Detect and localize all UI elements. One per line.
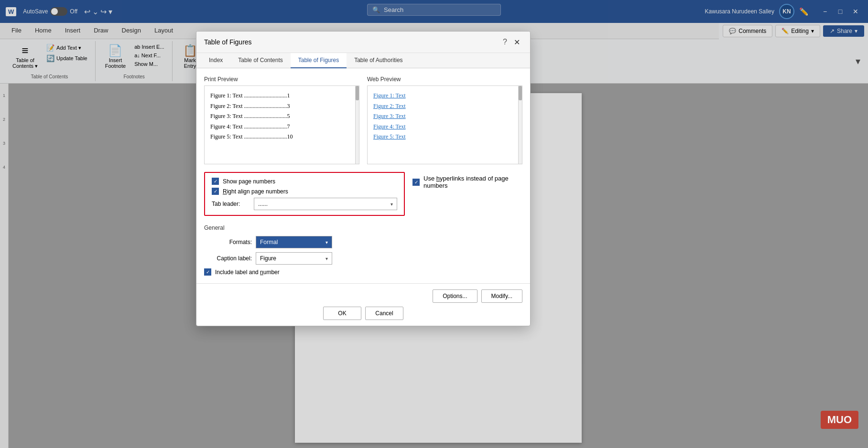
- ok-button[interactable]: OK: [323, 307, 361, 320]
- use-hyperlinks-checkbox[interactable]: ✓: [412, 179, 420, 186]
- include-label-row: ✓ Include label and number: [204, 268, 522, 276]
- caption-chevron: ▾: [326, 256, 328, 261]
- dialog-footer: Options... Modify... OK Cancel: [196, 283, 530, 326]
- general-section: General Formats: Formal ▾ Caption label:…: [204, 224, 522, 276]
- right-align-label: Right align page numbers: [223, 188, 288, 195]
- print-preview-col: Print Preview Figure 1: Text ...........…: [204, 76, 359, 164]
- dialog-tabs: Index Table of Contents Table of Figures…: [196, 53, 530, 68]
- options-section: ✓ Show page numbers ✓ Right align page n…: [204, 172, 405, 216]
- general-title: General: [204, 224, 522, 231]
- bottom-button-row: OK Cancel: [204, 307, 522, 320]
- modify-button[interactable]: Modify...: [481, 289, 522, 303]
- formats-chevron: ▾: [326, 240, 328, 245]
- options-button[interactable]: Options...: [433, 289, 477, 303]
- tab-leader-chevron: ▾: [391, 202, 393, 207]
- web-entry-3[interactable]: Figure 3: Text: [373, 111, 516, 122]
- print-entry-1: Figure 1: Text .........................…: [210, 91, 353, 101]
- tab-leader-value: ......: [258, 201, 268, 207]
- print-entry-4: Figure 4: Text .........................…: [210, 122, 353, 132]
- print-scrollthumb: [356, 86, 359, 100]
- tab-leader-select[interactable]: ...... ▾: [254, 198, 397, 210]
- formats-value: Formal: [260, 239, 278, 245]
- formats-select[interactable]: Formal ▾: [256, 236, 332, 248]
- web-entry-2[interactable]: Figure 2: Text: [373, 101, 516, 112]
- dialog-controls: ? ✕: [503, 36, 522, 48]
- print-scrollbar[interactable]: [355, 86, 359, 164]
- caption-label: Caption label:: [204, 255, 252, 262]
- caption-value: Figure: [260, 255, 276, 262]
- use-hyperlinks-label: Use hyperlinks instead of page numbers: [423, 175, 522, 189]
- show-page-numbers-label: Show page numbers: [223, 178, 275, 185]
- web-scrollthumb: [519, 86, 522, 100]
- tab-leader-label: Tab leader:: [212, 201, 250, 207]
- muo-watermark: MUO: [821, 411, 858, 429]
- show-page-numbers-checkbox[interactable]: ✓: [212, 178, 219, 185]
- right-align-checkbox[interactable]: ✓: [212, 188, 219, 195]
- top-button-row: Options... Modify...: [204, 289, 522, 303]
- check-icon-4: ✓: [206, 269, 210, 275]
- right-align-row: ✓ Right align page numbers: [212, 188, 397, 195]
- print-entry-2: Figure 2: Text .........................…: [210, 101, 353, 112]
- check-icon-3: ✓: [414, 180, 418, 185]
- print-preview-box[interactable]: Figure 1: Text .........................…: [204, 85, 359, 164]
- dialog-header: Table of Figures ? ✕: [196, 32, 530, 53]
- web-scrollbar[interactable]: [518, 86, 522, 164]
- dialog-body: Print Preview Figure 1: Text ...........…: [196, 68, 530, 283]
- table-of-figures-dialog: Table of Figures ? ✕ Index Table of Cont…: [196, 31, 531, 326]
- web-entry-5[interactable]: Figure 5: Text: [373, 132, 516, 142]
- tab-leader-row: Tab leader: ...... ▾: [212, 198, 397, 210]
- dialog-tab-toc[interactable]: Table of Contents: [230, 53, 290, 68]
- preview-row: Print Preview Figure 1: Text ...........…: [204, 76, 522, 164]
- use-hyperlinks-row: ✓ Use hyperlinks instead of page numbers: [412, 175, 522, 189]
- dialog-help-button[interactable]: ?: [503, 38, 507, 46]
- dialog-tab-figures[interactable]: Table of Figures: [291, 53, 347, 68]
- dialog-close-button[interactable]: ✕: [511, 36, 522, 48]
- dialog-overlay: Table of Figures ? ✕ Index Table of Cont…: [0, 0, 868, 448]
- caption-row: Caption label: Figure ▾: [204, 252, 522, 265]
- print-preview-label: Print Preview: [204, 76, 359, 83]
- dialog-tab-index[interactable]: Index: [201, 53, 230, 68]
- web-entry-1[interactable]: Figure 1: Text: [373, 91, 516, 101]
- caption-select[interactable]: Figure ▾: [256, 252, 332, 265]
- web-preview-label: Web Preview: [367, 76, 522, 83]
- print-entry-3: Figure 3: Text .........................…: [210, 111, 353, 122]
- show-page-numbers-row: ✓ Show page numbers: [212, 178, 397, 185]
- web-entry-4[interactable]: Figure 4: Text: [373, 122, 516, 132]
- formats-row: Formats: Formal ▾: [204, 236, 522, 248]
- include-label-text: Include label and number: [215, 269, 280, 276]
- cancel-button[interactable]: Cancel: [365, 307, 403, 320]
- dialog-tab-authorities[interactable]: Table of Authorities: [347, 53, 410, 68]
- include-label-checkbox[interactable]: ✓: [204, 268, 211, 276]
- check-icon-2: ✓: [214, 189, 217, 194]
- formats-label: Formats:: [204, 239, 252, 245]
- print-entry-5: Figure 5: Text .........................…: [210, 132, 353, 142]
- options-and-web: ✓ Show page numbers ✓ Right align page n…: [204, 172, 522, 223]
- check-icon-1: ✓: [214, 179, 217, 184]
- dialog-title: Table of Figures: [204, 38, 252, 46]
- web-preview-col: Web Preview Figure 1: Text Figure 2: Tex…: [367, 76, 522, 164]
- web-preview-box[interactable]: Figure 1: Text Figure 2: Text Figure 3: …: [367, 85, 522, 164]
